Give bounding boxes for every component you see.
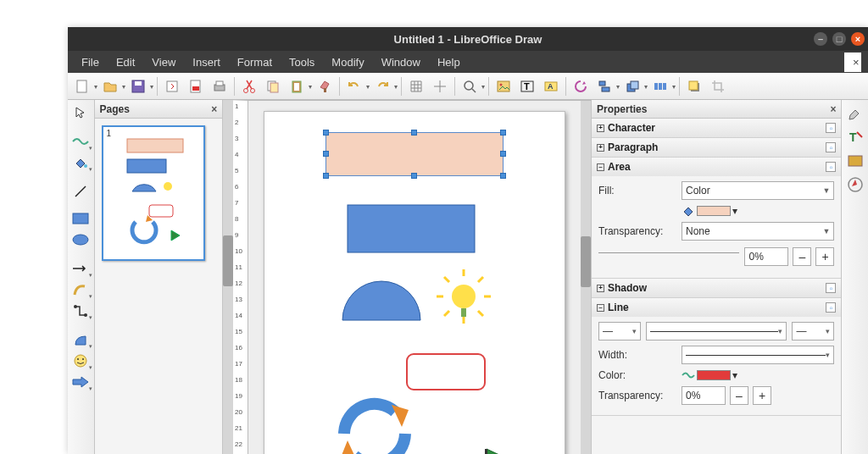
new-button[interactable] [71,76,93,97]
sidebar-navigator-tab[interactable] [847,176,864,193]
line-style-select[interactable]: ▾ [646,322,787,340]
rectangle-tool[interactable] [70,209,92,228]
transparency-decrease[interactable]: – [793,247,811,266]
rotate-button[interactable] [570,76,592,97]
line-end-arrow[interactable]: —▾ [792,322,834,340]
menu-insert[interactable]: Insert [184,53,229,72]
svg-rect-14 [324,88,326,92]
minimize-button[interactable]: – [814,32,827,46]
svg-point-9 [251,89,255,93]
section-shadow[interactable]: +Shadow▫ [592,279,841,297]
page-number: 1 [107,129,112,138]
svg-rect-27 [659,83,662,90]
sidebar-properties-tab[interactable] [847,105,864,122]
menu-modify[interactable]: Modify [323,53,372,72]
distribute-button[interactable] [649,76,671,97]
insert-image-button[interactable] [492,76,515,97]
line-transp-decrease[interactable]: – [730,386,748,405]
svg-point-8 [244,89,248,93]
pages-panel-close[interactable]: × [211,103,217,115]
helplines-button[interactable] [429,76,451,97]
sidebar-gallery-tab[interactable] [847,152,864,169]
print-button[interactable] [209,76,231,97]
app-window: Untitled 1 - LibreOffice Draw – □ × File… [68,27,868,454]
section-area[interactable]: –Area▫ [592,158,841,176]
curve-tool[interactable]: ▾ [70,280,92,299]
close-button[interactable]: × [851,32,865,46]
line-start-arrow[interactable]: —▾ [598,322,641,340]
export-button[interactable] [161,76,183,97]
svg-rect-2 [135,81,142,86]
arrow-tool[interactable]: ▾ [70,259,92,278]
menu-edit[interactable]: Edit [108,53,143,72]
line-transp-spin[interactable]: 0% [682,386,726,405]
svg-point-44 [452,285,476,308]
svg-point-35 [84,313,87,317]
connector-tool[interactable]: ▾ [70,302,92,320]
svg-rect-26 [654,83,658,90]
menu-tools[interactable]: Tools [281,53,323,72]
menu-help[interactable]: Help [429,53,469,72]
section-paragraph[interactable]: +Paragraph▫ [592,138,841,157]
grid-button[interactable] [405,76,427,97]
paste-button[interactable] [286,76,308,97]
insert-fontwork-button[interactable]: A [540,76,562,97]
line-color-dropdown[interactable]: ▾ [732,369,737,381]
menu-window[interactable]: Window [373,53,429,72]
properties-close[interactable]: × [830,103,836,115]
svg-point-17 [500,84,503,86]
document-close-button[interactable]: × [844,53,861,72]
drawing-page[interactable] [264,111,565,454]
maximize-button[interactable]: □ [832,32,846,46]
cut-button[interactable] [238,76,260,97]
fill-color-tool[interactable]: ▾ [70,153,92,172]
symbol-shapes-tool[interactable]: ▾ [70,352,92,370]
line-transp-increase[interactable]: + [753,386,771,405]
width-label: Width: [598,349,676,361]
panel-splitter[interactable] [223,100,233,454]
svg-rect-30 [689,81,698,90]
shadow-button[interactable] [683,76,705,97]
menu-file[interactable]: File [73,53,108,72]
open-button[interactable] [99,76,121,97]
svg-text:T: T [849,130,857,144]
arrange-button[interactable] [621,76,643,97]
fill-type-select[interactable]: Color▼ [682,181,834,200]
sidebar-styles-tab[interactable]: T [847,129,864,146]
line-color-tool[interactable]: ▾ [70,132,92,151]
svg-point-38 [82,358,84,360]
fill-color-dropdown[interactable]: ▾ [732,205,737,217]
window-title: Untitled 1 - LibreOffice Draw [394,33,542,46]
select-tool[interactable] [70,103,92,122]
svg-point-15 [465,81,473,90]
line-tool[interactable] [70,182,92,201]
transparency-slider[interactable] [598,252,739,268]
crop-button[interactable] [707,76,729,97]
transparency-select[interactable]: None▼ [682,222,834,241]
section-line[interactable]: –Line▫ [592,298,841,317]
basic-shapes-tool[interactable]: ▾ [70,330,92,349]
zoom-button[interactable] [459,76,481,97]
line-width-select[interactable]: ▾ [682,346,834,364]
save-button[interactable] [127,76,149,97]
svg-rect-28 [663,83,666,90]
insert-textbox-button[interactable]: T [516,76,538,97]
undo-button[interactable] [343,76,365,97]
menu-view[interactable]: View [143,53,184,72]
redo-button[interactable] [371,76,393,97]
section-character[interactable]: +Character▫ [592,119,841,137]
svg-text:T: T [524,81,530,91]
canvas-splitter[interactable] [581,101,591,454]
menu-format[interactable]: Format [229,53,281,72]
export-pdf-button[interactable] [185,76,207,97]
block-arrows-tool[interactable]: ▾ [70,373,92,391]
line-color-swatch[interactable] [697,370,731,380]
align-button[interactable] [593,76,615,97]
transparency-spin[interactable]: 0% [744,247,788,266]
fill-color-swatch[interactable] [697,206,731,216]
transparency-increase[interactable]: + [815,247,834,266]
clone-format-button[interactable] [314,76,336,97]
ellipse-tool[interactable] [70,230,92,249]
page-thumbnail-1[interactable]: 1 [102,125,205,261]
copy-button[interactable] [262,76,284,97]
